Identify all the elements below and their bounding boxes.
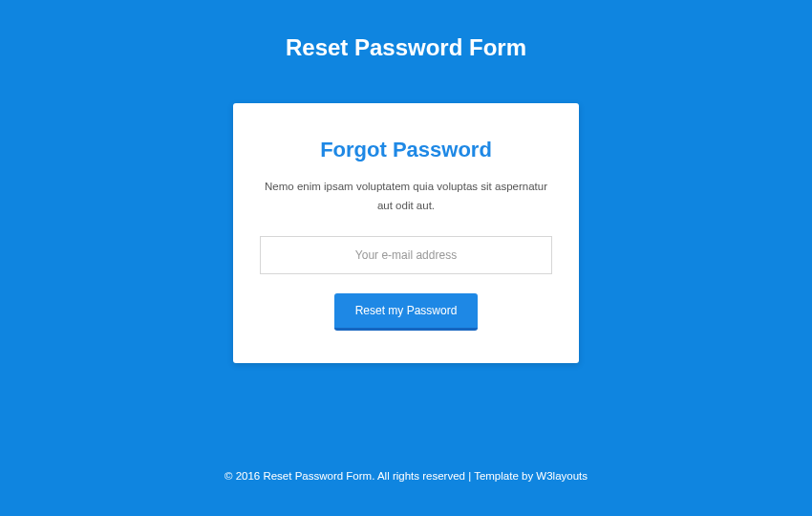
page-title: Reset Password Form — [286, 34, 526, 61]
reset-password-button[interactable]: Reset my Password — [334, 293, 479, 331]
forgot-password-card: Forgot Password Nemo enim ipsam voluptat… — [233, 103, 579, 363]
card-title: Forgot Password — [260, 138, 552, 162]
footer: © 2016 Reset Password Form. All rights r… — [0, 470, 812, 482]
email-input[interactable] — [260, 236, 552, 274]
footer-link[interactable]: W3layouts — [536, 470, 588, 482]
footer-copyright: © 2016 Reset Password Form. All rights r… — [224, 470, 536, 482]
card-description: Nemo enim ipsam voluptatem quia voluptas… — [260, 178, 552, 215]
